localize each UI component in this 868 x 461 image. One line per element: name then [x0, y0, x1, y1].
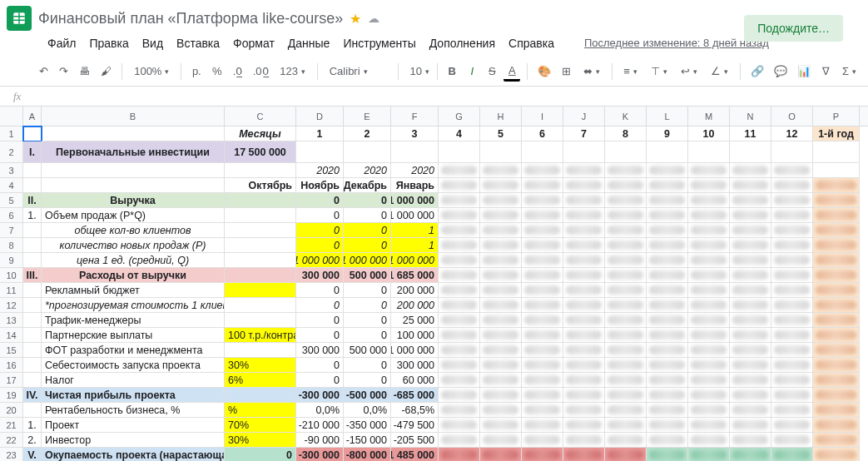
doc-title[interactable]: Финансовый план «Платформа like-course» — [38, 10, 343, 27]
cell[interactable] — [225, 193, 296, 208]
cell[interactable] — [480, 283, 522, 298]
font-size-select[interactable]: 10 — [405, 63, 430, 79]
menu-edit[interactable]: Правка — [83, 33, 134, 53]
cell[interactable]: 300 000 — [296, 343, 344, 358]
cell[interactable] — [771, 388, 813, 403]
cell[interactable]: Партнерские выплаты — [42, 328, 225, 343]
cell[interactable]: IV. — [23, 388, 42, 403]
cell[interactable] — [522, 403, 563, 418]
cell[interactable] — [605, 141, 647, 163]
col-header[interactable]: I — [522, 107, 563, 126]
row-header[interactable]: 5 — [0, 193, 23, 208]
cell[interactable] — [647, 193, 688, 208]
cell[interactable]: -205 500 — [391, 433, 439, 448]
cell[interactable]: 12 — [771, 126, 813, 141]
cell[interactable] — [688, 418, 730, 433]
row-header[interactable]: 22 — [0, 433, 23, 448]
cell[interactable]: 1 685 000 — [391, 268, 439, 283]
cell[interactable] — [605, 283, 647, 298]
cell[interactable] — [480, 313, 522, 328]
cell[interactable] — [563, 358, 605, 373]
cell[interactable]: Расходы от выручки — [42, 268, 225, 283]
cell[interactable]: 0,0% — [296, 403, 344, 418]
cell[interactable] — [813, 238, 860, 253]
cell[interactable]: 10 — [688, 126, 730, 141]
cell[interactable] — [225, 268, 296, 283]
cell[interactable]: 1. — [23, 208, 42, 223]
cell[interactable] — [647, 373, 688, 388]
cell[interactable]: 0 — [296, 223, 344, 238]
cell[interactable] — [563, 238, 605, 253]
cell[interactable] — [813, 163, 860, 178]
merge-cells-button[interactable]: ⬌ — [578, 63, 605, 79]
cell[interactable] — [730, 448, 771, 461]
cell[interactable] — [439, 223, 480, 238]
fill-color-icon[interactable]: 🎨 — [534, 62, 554, 82]
cell[interactable] — [480, 193, 522, 208]
cell[interactable] — [439, 403, 480, 418]
cell[interactable] — [439, 253, 480, 268]
cell[interactable]: 8 — [605, 126, 647, 141]
cell[interactable] — [771, 403, 813, 418]
cell[interactable] — [647, 343, 688, 358]
cell[interactable] — [730, 358, 771, 373]
cell[interactable]: 25 000 — [391, 313, 439, 328]
cell[interactable] — [647, 268, 688, 283]
cell[interactable]: 0 — [296, 328, 344, 343]
cell[interactable] — [647, 418, 688, 433]
cell[interactable] — [730, 418, 771, 433]
cell[interactable] — [439, 328, 480, 343]
menu-insert[interactable]: Вставка — [171, 33, 226, 53]
cell[interactable] — [522, 283, 563, 298]
cell[interactable]: 100 000 — [391, 328, 439, 343]
italic-button[interactable]: I — [464, 62, 480, 82]
cell[interactable]: 0 — [296, 373, 344, 388]
cell[interactable] — [730, 163, 771, 178]
cell[interactable]: 60 000 — [391, 373, 439, 388]
cell[interactable] — [771, 193, 813, 208]
row-header[interactable]: 16 — [0, 358, 23, 373]
cell[interactable] — [688, 343, 730, 358]
cell[interactable] — [730, 328, 771, 343]
cell[interactable] — [563, 208, 605, 223]
col-header[interactable]: M — [688, 107, 730, 126]
cell[interactable] — [23, 283, 42, 298]
cell[interactable] — [771, 141, 813, 163]
cell[interactable] — [480, 223, 522, 238]
cell[interactable] — [688, 283, 730, 298]
cell[interactable] — [647, 388, 688, 403]
cell[interactable] — [480, 403, 522, 418]
cell[interactable] — [439, 343, 480, 358]
cell[interactable] — [563, 193, 605, 208]
menu-addons[interactable]: Дополнения — [424, 33, 501, 53]
cell[interactable]: -800 000 — [344, 448, 391, 461]
cell[interactable]: 0 — [344, 328, 391, 343]
cell[interactable] — [563, 163, 605, 178]
cell[interactable]: -68,5% — [391, 403, 439, 418]
cell[interactable] — [771, 238, 813, 253]
cell[interactable]: 2 — [344, 126, 391, 141]
cell[interactable] — [480, 178, 522, 193]
cell[interactable]: 0 — [225, 448, 296, 461]
cell[interactable] — [771, 223, 813, 238]
cell[interactable] — [813, 328, 860, 343]
cell[interactable] — [605, 358, 647, 373]
cell[interactable]: 1. — [23, 418, 42, 433]
cell[interactable] — [605, 298, 647, 313]
cell[interactable]: 5 — [480, 126, 522, 141]
cell[interactable] — [771, 433, 813, 448]
cell[interactable]: III. — [23, 268, 42, 283]
cell[interactable] — [813, 283, 860, 298]
cell[interactable] — [439, 373, 480, 388]
cell[interactable] — [563, 268, 605, 283]
cell[interactable] — [813, 268, 860, 283]
col-header[interactable]: B — [42, 107, 225, 126]
cell[interactable] — [480, 358, 522, 373]
cell[interactable]: 1-й год — [813, 126, 860, 141]
cell[interactable] — [813, 403, 860, 418]
cell[interactable] — [813, 298, 860, 313]
cell[interactable] — [296, 141, 344, 163]
cell[interactable] — [563, 373, 605, 388]
cell[interactable] — [23, 163, 42, 178]
cell[interactable]: % — [225, 403, 296, 418]
